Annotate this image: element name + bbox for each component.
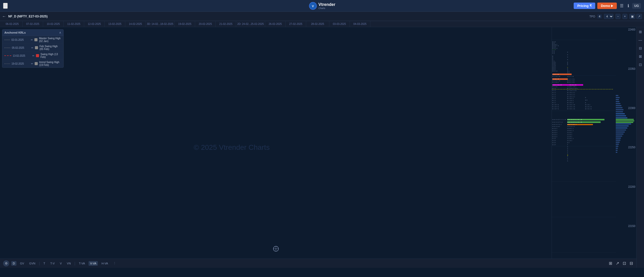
- svg-text:B C D J: B C D J: [585, 104, 590, 105]
- date-item: 19-02-2025: [175, 21, 195, 27]
- svg-rect-150: [616, 130, 626, 131]
- svg-text:B C G H I J K: B C G H I J K: [567, 90, 576, 91]
- svg-text:B C G H I J K L: B C G H I J K L: [567, 88, 578, 89]
- vva-button[interactable]: V-VA: [89, 261, 98, 266]
- grid-layout-button[interactable]: ⊞: [608, 260, 613, 267]
- tva-button[interactable]: T-VA: [77, 261, 86, 266]
- svg-text:D E F: D E F: [552, 142, 556, 143]
- date-item: 27-02-2025: [286, 21, 306, 27]
- vn-button[interactable]: VN: [65, 261, 72, 266]
- svg-text:B C D G I J: B C D G I J: [567, 92, 575, 93]
- svg-text:H I J: H I J: [552, 94, 556, 95]
- right-icon-line[interactable]: —: [638, 37, 643, 43]
- date-item: 06-02-2025: [2, 21, 23, 27]
- svg-text:B C D E J K: B C D E J K: [567, 106, 575, 107]
- svg-text:B C D F G: B C D F G: [552, 106, 559, 107]
- svg-rect-151: [616, 132, 625, 133]
- svg-text:H I J: H I J: [552, 92, 556, 93]
- krl-edit-3[interactable]: ✏: [32, 54, 34, 57]
- svg-rect-158: [616, 146, 618, 147]
- date-item: 21-02-2025: [216, 21, 236, 27]
- more-button[interactable]: ⋮: [112, 261, 118, 266]
- logo-sub: Charts: [319, 7, 335, 9]
- krl-line-style-2: [4, 48, 10, 48]
- gv-button[interactable]: GV: [18, 261, 26, 266]
- svg-rect-155: [616, 140, 620, 141]
- svg-text:B H I J K L: B H I J K L: [567, 82, 575, 83]
- hva-button[interactable]: H-VA: [100, 261, 109, 266]
- minus-box-button[interactable]: ⊟: [629, 260, 634, 267]
- svg-text:B D E F: B D E F: [552, 132, 557, 133]
- date-item: 26-02-2025: [265, 21, 286, 27]
- svg-text:M I J: M I J: [552, 98, 556, 99]
- svg-text:A: A: [567, 160, 568, 162]
- divider2: |: [74, 261, 75, 265]
- date-item: 3D: 14-02...18-02-2025: [146, 21, 175, 27]
- svg-text:A H I J K: A H I J K: [552, 74, 559, 75]
- svg-text:B C D G J: B C D G J: [567, 98, 574, 99]
- t-button[interactable]: T: [42, 261, 47, 266]
- svg-text:A: A: [567, 59, 568, 60]
- svg-text:B C D G I J: B C D G I J: [567, 94, 575, 95]
- svg-rect-137: [616, 105, 621, 106]
- settings-gear-button[interactable]: ⚙: [3, 260, 9, 266]
- chart-area[interactable]: Anchored KRLs ∧ 02-01-2025 ✏ Master Swin…: [0, 27, 552, 268]
- svg-text:A G H I J: A G H I J: [567, 138, 574, 139]
- svg-text:H I J K: H I J K: [552, 86, 557, 87]
- krl-line-style-3: [4, 55, 11, 56]
- krl-edit-4[interactable]: ✏: [31, 62, 33, 65]
- layout-button[interactable]: ▣: [629, 14, 635, 19]
- pricing-button[interactable]: Pricing ₹: [574, 3, 595, 9]
- box-button[interactable]: ⊡: [622, 260, 627, 267]
- diagonal-button[interactable]: ↗: [615, 260, 620, 267]
- info-icon-button[interactable]: ℹ: [627, 2, 630, 9]
- svg-text:A: A: [567, 64, 568, 65]
- svg-text:A: A: [567, 156, 568, 158]
- svg-text:●: ●: [567, 154, 568, 156]
- collapse-button[interactable]: ∧: [59, 31, 61, 34]
- date-item: 07-02-2025: [23, 21, 43, 27]
- date-item: 03-03-2025: [329, 21, 350, 27]
- svg-text:M I J: M I J: [552, 100, 556, 101]
- hamburger-button[interactable]: ☰: [3, 3, 8, 9]
- svg-text:D F: D F: [567, 142, 569, 143]
- svg-text:H I J: H I J: [552, 88, 556, 89]
- svg-text:A: A: [567, 54, 568, 55]
- svg-text:A B H I J: A B H I J: [567, 128, 574, 129]
- logo-text: Vtrender: [319, 2, 335, 7]
- v-button[interactable]: V: [58, 261, 63, 266]
- tpo-select[interactable]: 456: [604, 14, 613, 19]
- date-item: 10-02-2025: [43, 21, 64, 27]
- svg-text:B C D J K: B C D J K: [585, 106, 592, 107]
- right-icon-grid[interactable]: ⊞: [638, 29, 642, 34]
- svg-text:M I J: M I J: [552, 102, 556, 103]
- bottom-toolbar: ⚙ D GV GVN | T T-V V VN | T-VA V-VA H-VA…: [0, 259, 644, 268]
- date-item: 14-02-2025: [125, 21, 146, 27]
- svg-text:A: A: [567, 158, 568, 160]
- logo-text-area: Vtrender Charts: [319, 2, 335, 9]
- expand-button[interactable]: ↗: [636, 14, 642, 19]
- date-item: 12-02-2025: [84, 21, 105, 27]
- krl-edit-1[interactable]: ✏: [31, 38, 33, 41]
- svg-text:F: F: [567, 144, 568, 145]
- svg-text:H I J K L M: H I J K L M: [552, 80, 560, 82]
- back-button[interactable]: ←: [2, 14, 6, 19]
- list-icon-button[interactable]: ☰: [619, 2, 624, 9]
- svg-rect-140: [616, 111, 623, 112]
- right-icon-box[interactable]: ⊡: [638, 62, 642, 67]
- right-icon-close[interactable]: ⊠: [638, 54, 642, 59]
- day-button[interactable]: D: [11, 261, 16, 266]
- svg-rect-153: [616, 136, 622, 137]
- demo-button[interactable]: Demo: [597, 3, 617, 9]
- svg-text:A R F G H I J: A R F G H I J: [567, 124, 576, 125]
- tpo-minus-button[interactable]: −: [616, 14, 620, 19]
- krl-row-1: 02-01-2025 ✏ Master Swing High (02 Jan): [2, 36, 63, 44]
- right-icon-grid2[interactable]: ⊟: [638, 46, 642, 51]
- date-item: 28-02-2025: [306, 21, 329, 27]
- krl-edit-2[interactable]: ✏: [31, 46, 33, 49]
- tpo-plus-button[interactable]: +: [622, 14, 627, 19]
- svg-rect-142: [616, 115, 626, 116]
- gvn-button[interactable]: GVN: [28, 261, 37, 266]
- tv-button[interactable]: T-V: [49, 261, 56, 266]
- svg-rect-152: [616, 134, 623, 135]
